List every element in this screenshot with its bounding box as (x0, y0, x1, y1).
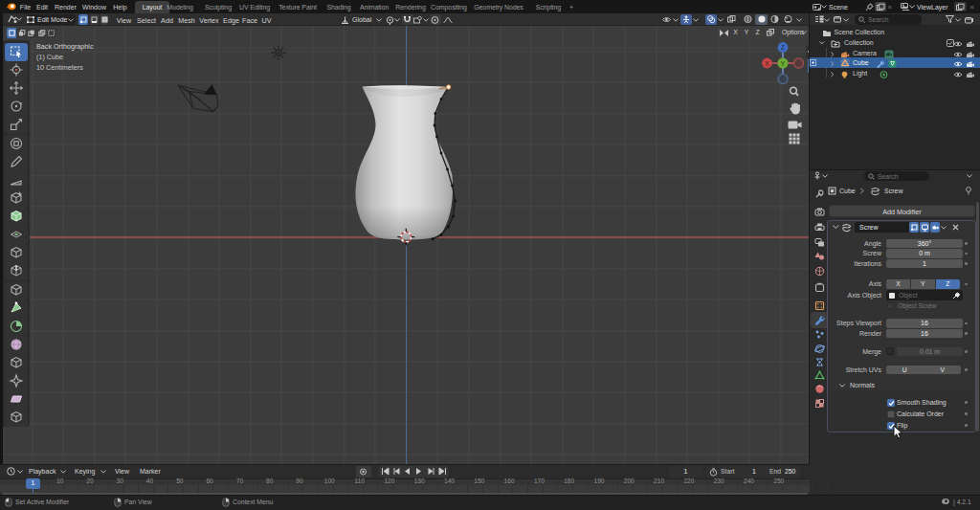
svg-text:X: X (765, 60, 769, 67)
svg-text:Z: Z (781, 44, 785, 51)
svg-text:Y: Y (781, 60, 786, 67)
